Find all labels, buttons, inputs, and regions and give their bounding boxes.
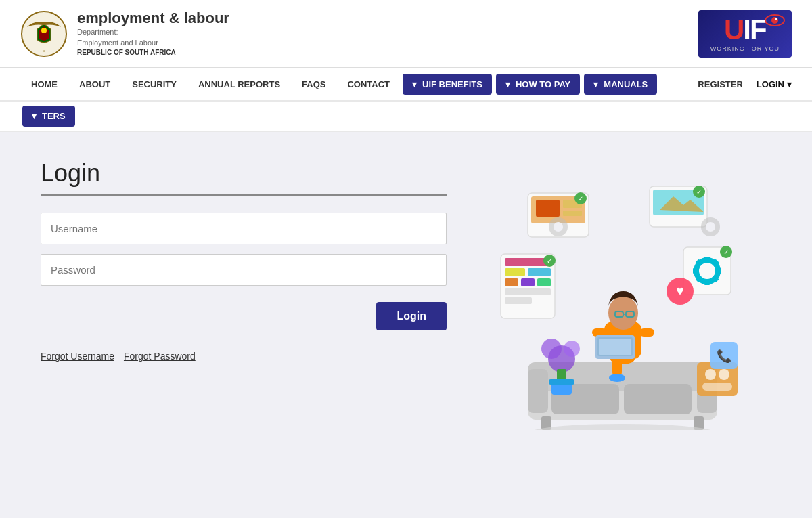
svg-rect-23 (521, 278, 535, 286)
svg-rect-24 (537, 278, 551, 286)
svg-rect-79 (702, 383, 732, 391)
uif-text: UIF (724, 16, 766, 44)
svg-point-71 (541, 339, 562, 359)
login-section: Login Login Forgot Username Forgot Passw… (41, 159, 447, 444)
forgot-links-area: Forgot Username Forgot Password (41, 351, 447, 362)
nav-how-to-pay-btn[interactable]: HOW TO PAY (496, 74, 580, 95)
svg-point-47 (706, 222, 715, 232)
login-button[interactable]: Login (376, 302, 447, 330)
login-title: Login (41, 159, 447, 188)
svg-point-72 (564, 341, 580, 357)
nav-ters-btn[interactable]: TERS (22, 106, 75, 127)
nav-second-row: TERS (0, 102, 812, 132)
chevron-down-icon (505, 79, 512, 89)
header-logo-area: ♦ employment & labour Department: Employ… (20, 9, 229, 58)
svg-rect-21 (528, 268, 551, 276)
nav-faqs[interactable]: FAQS (291, 70, 336, 99)
dept-line1: Department: (77, 28, 118, 36)
svg-text:♦: ♦ (43, 49, 45, 53)
login-link[interactable]: LOGIN ▾ (757, 79, 792, 89)
svg-point-78 (719, 369, 729, 380)
sa-emblem-icon: ♦ (20, 10, 68, 58)
register-link[interactable]: REGISTER (698, 79, 742, 89)
nav-bar: HOME ABOUT SECURITY ANNUAL REPORTS FAQS … (0, 68, 812, 132)
nav-home[interactable]: HOME (20, 70, 68, 99)
svg-text:✓: ✓ (547, 257, 552, 265)
dept-line2: Employment and Labour (77, 39, 158, 47)
svg-rect-32 (704, 257, 710, 262)
nav-contact[interactable]: CONTACT (336, 70, 401, 99)
svg-point-45 (554, 222, 563, 232)
nav-uif-benefits-btn[interactable]: UIF BENEFITS (403, 74, 492, 95)
illustration-area: ✓ ✓ ✓ (474, 159, 771, 444)
org-name: employment & labour (77, 9, 229, 27)
nav-auth-area: REGISTER LOGIN ▾ (698, 79, 792, 89)
svg-rect-53 (624, 384, 692, 414)
main-content: Login Login Forgot Username Forgot Passw… (0, 132, 812, 471)
chevron-down-icon (32, 111, 39, 121)
svg-rect-34 (693, 268, 698, 274)
uif-tagline: WORKING FOR YOU (710, 45, 780, 52)
svg-text:📞: 📞 (717, 349, 732, 364)
svg-rect-62 (639, 328, 654, 337)
svg-rect-20 (505, 268, 525, 276)
svg-rect-35 (716, 268, 721, 274)
nav-security[interactable]: SECURITY (121, 70, 187, 99)
nav-manuals-btn[interactable]: MANUALS (584, 74, 657, 95)
svg-rect-22 (505, 278, 518, 286)
login-illustration: ✓ ✓ ✓ (487, 173, 758, 430)
svg-point-4 (771, 17, 778, 24)
svg-point-56 (528, 424, 717, 430)
svg-rect-26 (505, 297, 532, 304)
svg-text:✓: ✓ (696, 188, 702, 196)
svg-point-31 (702, 265, 713, 276)
svg-rect-25 (505, 288, 551, 295)
svg-point-77 (705, 369, 716, 380)
svg-rect-65 (599, 339, 631, 355)
svg-rect-10 (563, 211, 582, 216)
eye-icon (765, 14, 785, 26)
login-divider (41, 194, 447, 196)
uif-logo-area: UIF WORKING FOR YOU (698, 10, 792, 58)
forgot-username-link[interactable]: Forgot Username (41, 351, 114, 362)
header-org-text: employment & labour Department: Employme… (77, 9, 229, 58)
svg-text:♥: ♥ (676, 283, 684, 298)
svg-rect-75 (549, 379, 574, 385)
svg-rect-50 (528, 369, 548, 413)
svg-rect-33 (704, 280, 710, 285)
password-input[interactable] (41, 254, 447, 286)
svg-point-1 (41, 28, 47, 33)
svg-text:✓: ✓ (723, 249, 729, 256)
nav-about[interactable]: ABOUT (68, 70, 121, 99)
chevron-down-icon (593, 79, 600, 89)
nav-annual-reports[interactable]: ANNUAL REPORTS (187, 70, 291, 99)
username-input[interactable] (41, 213, 447, 244)
svg-text:✓: ✓ (578, 195, 583, 202)
dept-line3: REPUBLIC OF SOUTH AFRICA (77, 48, 229, 58)
page-header: ♦ employment & labour Department: Employ… (0, 0, 812, 68)
chevron-down-icon (412, 79, 419, 89)
forgot-password-link[interactable]: Forgot Password (124, 351, 196, 362)
svg-rect-8 (536, 200, 560, 217)
svg-point-5 (775, 18, 777, 20)
chevron-down-icon: ▾ (787, 79, 792, 89)
svg-point-59 (609, 374, 625, 382)
